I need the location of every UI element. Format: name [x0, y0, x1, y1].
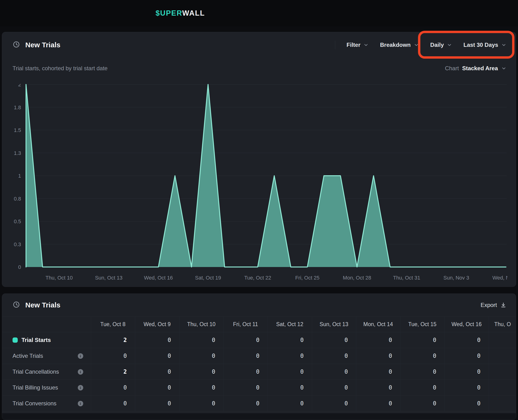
value-cell: [489, 348, 516, 364]
series-color-swatch: [13, 338, 18, 343]
controls-divider: [335, 41, 335, 49]
y-tick-label: 0.8: [14, 196, 21, 202]
export-button[interactable]: Export: [481, 302, 506, 308]
logo-rest-text: WALL: [182, 9, 205, 17]
row-label-cell: Active Trialsi: [2, 348, 91, 364]
info-icon[interactable]: i: [78, 385, 83, 390]
chart-type-value: Stacked Area: [462, 65, 498, 72]
value-cell: 0: [91, 396, 135, 412]
value-cell: 0: [91, 348, 135, 364]
value-cell: 0: [268, 348, 312, 364]
table-row: Trial Conversionsi000000000: [2, 396, 516, 412]
chevron-down-icon: [414, 42, 419, 47]
value-cell: 0: [444, 380, 489, 396]
granularity-label: Daily: [430, 42, 444, 48]
table-row: Trial Starts200000000: [2, 332, 516, 348]
new-trials-table-panel: New Trials Export Tue, Oct 8Wed, Oct 9Th…: [2, 293, 516, 420]
value-cell: 0: [135, 332, 179, 348]
y-tick-label: 0: [18, 264, 21, 270]
superwall-logo: $UPERWALL: [155, 9, 205, 17]
y-tick-label: 1.8: [14, 105, 21, 110]
x-tick-label: Sat, Oct 19: [195, 275, 221, 281]
table-panel-title: New Trials: [25, 301, 60, 309]
y-tick-label: 0.5: [14, 218, 21, 225]
x-tick-label: Sun, Oct 13: [95, 275, 122, 281]
value-cell: 0: [444, 364, 489, 380]
row-label-cell: Trial Conversionsi: [2, 396, 91, 412]
table-corner-cell: [2, 317, 91, 332]
value-cell: 0: [135, 380, 179, 396]
column-header: Mon, Oct 14: [356, 317, 400, 332]
column-header: Sat, Oct 12: [268, 317, 312, 332]
row-label: Trial Conversions: [13, 400, 57, 407]
date-range-dropdown[interactable]: Last 30 Days: [463, 42, 506, 48]
filter-label: Filter: [347, 42, 361, 48]
y-tick-label: 2: [18, 84, 21, 88]
chevron-down-icon: [501, 42, 506, 47]
value-cell: 0: [268, 332, 312, 348]
info-icon[interactable]: i: [78, 353, 83, 359]
y-tick-label: 1.5: [14, 127, 21, 133]
chart-type-dropdown[interactable]: Chart Stacked Area: [445, 65, 506, 72]
granularity-dropdown[interactable]: Daily: [430, 42, 452, 48]
value-cell: 0: [268, 364, 312, 380]
info-icon[interactable]: i: [78, 369, 83, 375]
column-header: Thu, O: [489, 317, 516, 332]
x-tick-label: Fri, Oct 25: [295, 275, 320, 281]
value-cell: 0: [312, 396, 356, 412]
date-range-label: Last 30 Days: [463, 42, 498, 48]
x-tick-label: Mon, Oct 28: [343, 275, 371, 281]
chart-panel-title: New Trials: [25, 41, 60, 49]
filter-dropdown[interactable]: Filter: [347, 42, 369, 48]
y-tick-label: 1: [18, 173, 21, 179]
table-panel-header: New Trials Export: [2, 294, 516, 316]
x-tick-label: Wed, Nov 6: [492, 275, 507, 281]
column-header: Sun, Oct 13: [312, 317, 356, 332]
x-tick-label: Tue, Oct 22: [244, 275, 271, 281]
table-row: Trial Billing Issuesi000000000: [2, 380, 516, 396]
value-cell: 0: [312, 380, 356, 396]
info-icon[interactable]: i: [78, 401, 83, 406]
row-label: Trial Billing Issues: [13, 384, 58, 391]
value-cell: 0: [444, 396, 489, 412]
column-header: Wed, Oct 9: [135, 317, 179, 332]
value-cell: 0: [91, 380, 135, 396]
breakdown-dropdown[interactable]: Breakdown: [380, 42, 419, 48]
value-cell: 0: [356, 348, 400, 364]
value-cell: 0: [179, 396, 223, 412]
table-row: Trial Cancellationsi200000000: [2, 364, 516, 380]
chart-controls: Filter Breakdown Daily Last 30 Days: [335, 41, 506, 49]
value-cell: 0: [268, 380, 312, 396]
trial-starts-area-chart[interactable]: 00.30.50.811.31.51.82Thu, Oct 10Sun, Oct…: [5, 84, 507, 284]
value-cell: 0: [135, 396, 179, 412]
value-cell: 0: [179, 348, 223, 364]
top-bar: $UPERWALL: [0, 0, 518, 26]
chart-panel-header: New Trials Filter Breakdown Daily Last 3…: [2, 32, 516, 58]
value-cell: [489, 332, 516, 348]
value-cell: 0: [223, 396, 268, 412]
logo-accent-text: $UPER: [155, 9, 182, 17]
download-icon: [500, 302, 506, 308]
chart-title-group: New Trials: [13, 41, 60, 49]
value-cell: 0: [268, 396, 312, 412]
chevron-down-icon: [447, 42, 452, 47]
value-cell: [489, 380, 516, 396]
value-cell: 0: [400, 380, 444, 396]
history-clock-icon: [13, 301, 20, 309]
column-header: Tue, Oct 15: [400, 317, 444, 332]
chevron-down-icon: [501, 66, 506, 71]
chart-subtitle: Trial starts, cohorted by trial start da…: [13, 65, 108, 72]
value-cell: 0: [135, 364, 179, 380]
y-tick-label: 0.3: [14, 241, 21, 247]
value-cell: 0: [135, 348, 179, 364]
value-cell: 0: [223, 332, 268, 348]
x-tick-label: Thu, Oct 10: [46, 275, 73, 281]
value-cell: 0: [400, 332, 444, 348]
table-horizontal-scrollbar[interactable]: [2, 413, 516, 420]
x-tick-label: Thu, Oct 31: [393, 275, 420, 281]
chart-type-label: Chart: [445, 65, 459, 72]
value-cell: 0: [223, 348, 268, 364]
value-cell: 0: [312, 364, 356, 380]
new-trials-chart-panel: New Trials Filter Breakdown Daily Last 3…: [2, 32, 516, 287]
value-cell: 0: [223, 364, 268, 380]
